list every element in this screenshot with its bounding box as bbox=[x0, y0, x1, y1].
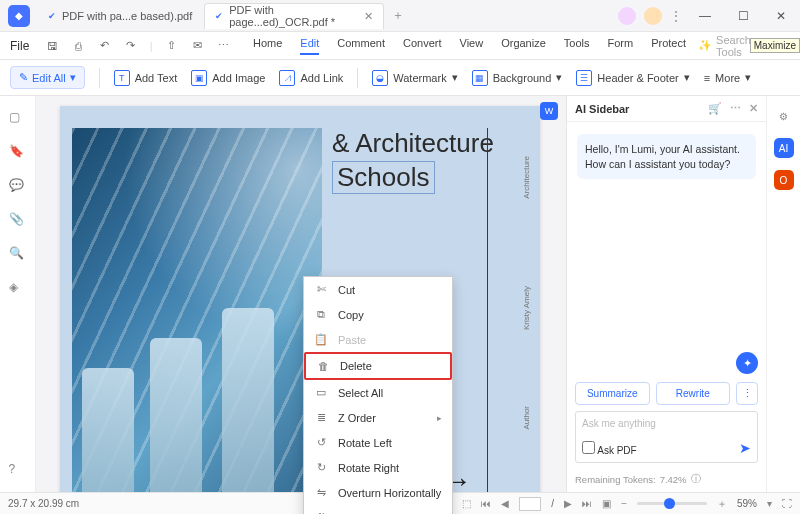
redo-icon[interactable]: ↷ bbox=[124, 37, 138, 55]
upgrade-icon[interactable] bbox=[644, 7, 662, 25]
ctx-overturn-h[interactable]: ⇋Overturn Horizontally bbox=[304, 480, 452, 505]
undo-icon[interactable]: ↶ bbox=[98, 37, 112, 55]
toolbar-label: Background bbox=[493, 72, 552, 84]
ctx-overturn-v[interactable]: ⇅Overturn Vertically bbox=[304, 505, 452, 514]
ctx-z-order[interactable]: ≣Z Order▸ bbox=[304, 405, 452, 430]
attachment-icon[interactable]: 📎 bbox=[9, 212, 27, 230]
summarize-button[interactable]: Summarize bbox=[575, 382, 650, 405]
fit-page-icon[interactable]: ▣ bbox=[602, 498, 611, 509]
ai-toggle-icon[interactable]: AI bbox=[774, 138, 794, 158]
page-dimensions: 29.7 x 20.99 cm bbox=[8, 498, 79, 509]
help-icon[interactable]: ? bbox=[9, 462, 27, 480]
ai-more-button[interactable]: ⋮ bbox=[736, 382, 758, 405]
select-tool-icon[interactable]: ⬚ bbox=[462, 498, 471, 509]
menu-form[interactable]: Form bbox=[607, 37, 633, 55]
rewrite-button[interactable]: Rewrite bbox=[656, 382, 731, 405]
left-sidebar: ▢ 🔖 💬 📎 🔍 ◈ ? bbox=[0, 96, 36, 492]
office-icon[interactable]: O bbox=[774, 170, 794, 190]
page-input[interactable] bbox=[519, 497, 541, 511]
menu-comment[interactable]: Comment bbox=[337, 37, 385, 55]
add-link-button[interactable]: ⩘Add Link bbox=[279, 70, 343, 86]
window-maximize-button[interactable]: ☐ bbox=[728, 3, 758, 29]
close-icon[interactable]: ✕ bbox=[749, 102, 758, 115]
watermark-button[interactable]: ◒Watermark▾ bbox=[372, 70, 457, 86]
more-icon[interactable]: ⋯ bbox=[217, 37, 231, 55]
edit-all-button[interactable]: ✎ Edit All ▾ bbox=[10, 66, 85, 89]
menu-edit[interactable]: Edit bbox=[300, 37, 319, 55]
account-avatar-icon[interactable] bbox=[618, 7, 636, 25]
menu-convert[interactable]: Convert bbox=[403, 37, 442, 55]
tab-label: PDF with page...ed)_OCR.pdf * bbox=[229, 4, 354, 28]
ctx-rotate-left[interactable]: ↺Rotate Left bbox=[304, 430, 452, 455]
zoom-slider[interactable] bbox=[637, 502, 707, 505]
menu-home[interactable]: Home bbox=[253, 37, 282, 55]
add-text-button[interactable]: TAdd Text bbox=[114, 70, 178, 86]
more-icon[interactable]: ⋯ bbox=[730, 102, 741, 115]
next-page-icon[interactable]: ▶ bbox=[564, 498, 572, 509]
separator bbox=[99, 68, 100, 88]
prev-page-icon[interactable]: ◀ bbox=[501, 498, 509, 509]
fullscreen-icon[interactable]: ⛶ bbox=[782, 498, 792, 509]
ctx-label: Z Order bbox=[338, 412, 376, 424]
ask-pdf-checkbox[interactable] bbox=[582, 441, 595, 454]
bookmark-icon[interactable]: 🔖 bbox=[9, 144, 27, 162]
mail-icon[interactable]: ✉ bbox=[191, 37, 205, 55]
rotate-right-icon: ↻ bbox=[314, 461, 328, 474]
tab-active[interactable]: ✔ PDF with page...ed)_OCR.pdf * ✕ bbox=[204, 3, 384, 29]
new-tab-button[interactable]: ＋ bbox=[386, 7, 410, 24]
tab-label: PDF with pa...e based).pdf bbox=[62, 10, 192, 22]
send-icon[interactable]: ➤ bbox=[739, 440, 751, 456]
comment-icon[interactable]: 💬 bbox=[9, 178, 27, 196]
last-page-icon[interactable]: ⏭ bbox=[582, 498, 592, 509]
cart-icon[interactable]: 🛒 bbox=[708, 102, 722, 115]
header-footer-button[interactable]: ☰Header & Footer▾ bbox=[576, 70, 689, 86]
menu-organize[interactable]: Organize bbox=[501, 37, 546, 55]
ai-chat-area: ✦ bbox=[567, 191, 766, 382]
window-close-button[interactable]: ✕ bbox=[766, 3, 796, 29]
ctx-delete[interactable]: 🗑Delete bbox=[304, 352, 452, 380]
zoom-in-icon[interactable]: ＋ bbox=[717, 497, 727, 511]
check-icon: ✔ bbox=[48, 11, 56, 21]
more-button[interactable]: ≡More▾ bbox=[704, 71, 751, 84]
save-icon[interactable]: 🖫 bbox=[45, 37, 59, 55]
ai-input-box[interactable]: Ask me anything Ask PDF ➤ bbox=[575, 411, 758, 463]
ctx-label: Rotate Left bbox=[338, 437, 392, 449]
document-canvas[interactable]: & Architecture Schools Architecture Kris… bbox=[36, 96, 566, 492]
print-icon[interactable]: ⎙ bbox=[71, 37, 85, 55]
ctx-select-all[interactable]: ▭Select All bbox=[304, 380, 452, 405]
ctx-rotate-right[interactable]: ↻Rotate Right bbox=[304, 455, 452, 480]
page-subhead-selected[interactable]: Schools bbox=[332, 161, 435, 194]
first-page-icon[interactable]: ⏮ bbox=[481, 498, 491, 509]
page-headline[interactable]: & Architecture bbox=[332, 128, 494, 159]
menu-protect[interactable]: Protect bbox=[651, 37, 686, 55]
file-menu[interactable]: File bbox=[6, 39, 33, 53]
zoom-dropdown-icon[interactable]: ▾ bbox=[767, 498, 772, 509]
kebab-icon[interactable]: ⋮ bbox=[670, 9, 682, 23]
background-button[interactable]: ▦Background▾ bbox=[472, 70, 563, 86]
info-icon[interactable]: ⓘ bbox=[691, 473, 701, 486]
menu-view[interactable]: View bbox=[460, 37, 484, 55]
chevron-down-icon: ▾ bbox=[452, 71, 458, 84]
thumbnails-icon[interactable]: ▢ bbox=[9, 110, 27, 128]
zoom-out-icon[interactable]: − bbox=[621, 498, 627, 509]
share-icon[interactable]: ⇧ bbox=[165, 37, 179, 55]
close-tab-icon[interactable]: ✕ bbox=[364, 10, 373, 23]
word-badge-icon[interactable]: W bbox=[540, 102, 558, 120]
settings-icon[interactable]: ⚙ bbox=[774, 106, 794, 126]
ctx-copy[interactable]: ⧉Copy bbox=[304, 302, 452, 327]
tab-inactive[interactable]: ✔ PDF with pa...e based).pdf bbox=[38, 3, 202, 29]
side-label: Kristy Amely bbox=[522, 286, 531, 330]
page-image[interactable] bbox=[72, 128, 322, 492]
window-minimize-button[interactable]: — bbox=[690, 3, 720, 29]
search-icon[interactable]: 🔍 bbox=[9, 246, 27, 264]
menu-tools[interactable]: Tools bbox=[564, 37, 590, 55]
app-logo-icon: ◆ bbox=[8, 5, 30, 27]
right-sidebar: ⚙ AI O bbox=[766, 96, 800, 492]
layers-icon[interactable]: ◈ bbox=[9, 280, 27, 298]
slider-thumb[interactable] bbox=[664, 498, 675, 509]
ctx-cut[interactable]: ✄Cut bbox=[304, 277, 452, 302]
ai-sidebar: AI Sidebar 🛒 ⋯ ✕ Hello, I'm Lumi, your A… bbox=[566, 96, 766, 492]
scroll-bottom-icon[interactable]: ✦ bbox=[736, 352, 758, 374]
add-image-button[interactable]: ▣Add Image bbox=[191, 70, 265, 86]
wand-icon: ✨ bbox=[698, 39, 712, 52]
